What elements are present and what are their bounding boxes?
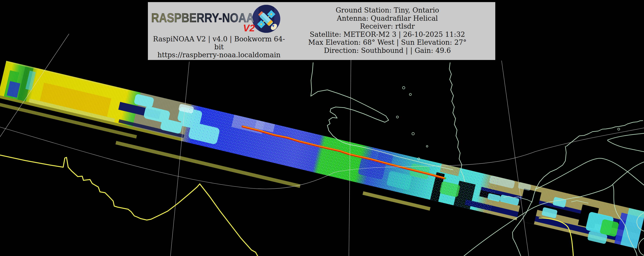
logo: RASPBERRY-NOAA V2 — [150, 2, 288, 38]
swath-band — [0, 61, 644, 252]
island-outlines — [396, 86, 620, 160]
coastline-arc — [536, 158, 644, 189]
satellite-swath — [0, 59, 644, 256]
coastline-river-north — [566, 121, 643, 146]
satellite-badge-icon — [252, 3, 283, 36]
antenna-line: Antenna: Quadrafilar Helical — [337, 14, 438, 22]
lake-lens-lower — [608, 141, 644, 152]
satellite-pass-capture: RASPBERRY-NOAA V2 RaspiNOAA V2 | v4.0 | … — [0, 0, 644, 256]
lake-lens-upper — [608, 133, 644, 140]
logo-title: RASPBERRY-NOAA — [151, 10, 254, 25]
border-left — [0, 155, 258, 256]
satellite-line: Satellite: METEOR-M2 3 | 26-10-2025 11:3… — [310, 30, 465, 39]
elevation-line: Max Elevation: 68° West | Sun Elevation:… — [308, 38, 467, 47]
receiver-line: Receiver: rtlsdr — [360, 22, 415, 30]
meridian-line — [502, 61, 529, 256]
system-info-url: https://raspberry-noaa.localdomain — [158, 51, 281, 59]
system-info-line: RaspiNOAA V2 | v4.0 | Bookworm 64- — [153, 35, 285, 43]
coastline-corner-3 — [638, 238, 644, 255]
logo-version: V2 — [243, 22, 255, 33]
ground-station-line: Ground Station: Tiny, Ontario — [336, 6, 439, 14]
header-panel: RASPBERRY-NOAA V2 RaspiNOAA V2 | v4.0 | … — [148, 2, 495, 60]
coastline-georgian-bay-east — [449, 63, 465, 182]
direction-gain-line: Direction: Southbound | | Gain: 49.6 — [324, 47, 451, 55]
system-info-line: bit — [214, 43, 224, 51]
